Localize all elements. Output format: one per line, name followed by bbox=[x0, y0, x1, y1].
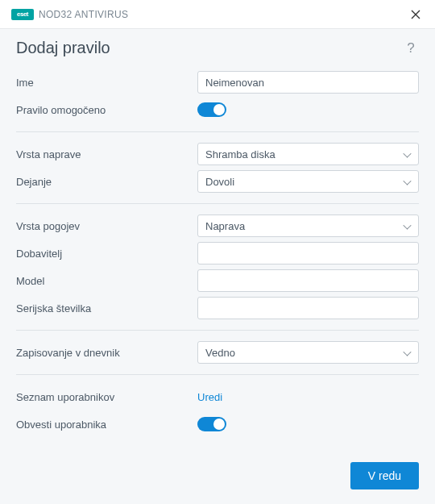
row-action: Dejanje Dovoli bbox=[16, 168, 419, 195]
label-rule-enabled: Pravilo omogočeno bbox=[16, 104, 197, 116]
divider bbox=[16, 131, 419, 132]
divider bbox=[16, 203, 419, 204]
model-input[interactable] bbox=[197, 269, 419, 292]
dialog-content: Ime Pravilo omogočeno Vrsta naprave Shra… bbox=[0, 69, 435, 451]
brand-logo-icon: eset bbox=[11, 9, 34, 20]
name-input[interactable] bbox=[197, 71, 419, 94]
row-device-type: Vrsta naprave Shramba diska bbox=[16, 140, 419, 168]
action-value: Dovoli bbox=[205, 176, 234, 188]
label-name: Ime bbox=[16, 77, 197, 89]
user-list-edit-link[interactable]: Uredi bbox=[197, 391, 222, 403]
label-action: Dejanje bbox=[16, 176, 197, 188]
rule-enabled-toggle[interactable] bbox=[197, 102, 226, 117]
label-logging: Zapisovanje v dnevnik bbox=[16, 347, 197, 359]
label-serial: Serijska številka bbox=[16, 302, 197, 314]
row-model: Model bbox=[16, 267, 419, 294]
divider bbox=[16, 330, 419, 331]
close-icon bbox=[411, 10, 420, 19]
row-serial: Serijska številka bbox=[16, 294, 419, 322]
dialog-header: Dodaj pravilo ? bbox=[0, 29, 435, 69]
criteria-type-select[interactable]: Naprava bbox=[197, 215, 419, 237]
logging-select[interactable]: Vedno bbox=[197, 341, 419, 364]
row-notify-user: Obvesti uporabnika bbox=[16, 410, 419, 438]
page-title: Dodaj pravilo bbox=[16, 39, 403, 57]
brand: eset NOD32 ANTIVIRUS bbox=[11, 9, 404, 20]
vendor-input[interactable] bbox=[197, 242, 419, 264]
close-button[interactable] bbox=[404, 3, 427, 26]
row-user-list: Seznam uporabnikov Uredi bbox=[16, 383, 419, 410]
product-name: NOD32 ANTIVIRUS bbox=[39, 9, 128, 20]
action-select[interactable]: Dovoli bbox=[197, 170, 419, 193]
label-criteria-type: Vrsta pogojev bbox=[16, 220, 197, 232]
dialog-footer: V redu bbox=[0, 451, 435, 504]
help-button[interactable]: ? bbox=[403, 40, 419, 56]
titlebar: eset NOD32 ANTIVIRUS bbox=[0, 0, 435, 29]
serial-input[interactable] bbox=[197, 297, 419, 319]
logging-value: Vedno bbox=[205, 347, 235, 359]
row-rule-enabled: Pravilo omogočeno bbox=[16, 96, 419, 123]
help-icon: ? bbox=[407, 40, 414, 56]
device-type-value: Shramba diska bbox=[205, 148, 276, 160]
label-user-list: Seznam uporabnikov bbox=[16, 391, 197, 403]
row-name: Ime bbox=[16, 69, 419, 96]
device-type-select[interactable]: Shramba diska bbox=[197, 143, 419, 165]
label-vendor: Dobavitelj bbox=[16, 248, 197, 260]
label-model: Model bbox=[16, 275, 197, 287]
notify-user-toggle[interactable] bbox=[197, 417, 226, 431]
row-vendor: Dobavitelj bbox=[16, 240, 419, 267]
label-notify-user: Obvesti uporabnika bbox=[16, 419, 197, 431]
criteria-type-value: Naprava bbox=[205, 220, 245, 232]
row-criteria-type: Vrsta pogojev Naprava bbox=[16, 212, 419, 240]
divider bbox=[16, 374, 419, 375]
ok-button[interactable]: V redu bbox=[350, 462, 419, 489]
label-device-type: Vrsta naprave bbox=[16, 148, 197, 160]
dialog-add-rule: eset NOD32 ANTIVIRUS Dodaj pravilo ? Ime… bbox=[0, 0, 435, 504]
row-logging: Zapisovanje v dnevnik Vedno bbox=[16, 339, 419, 366]
